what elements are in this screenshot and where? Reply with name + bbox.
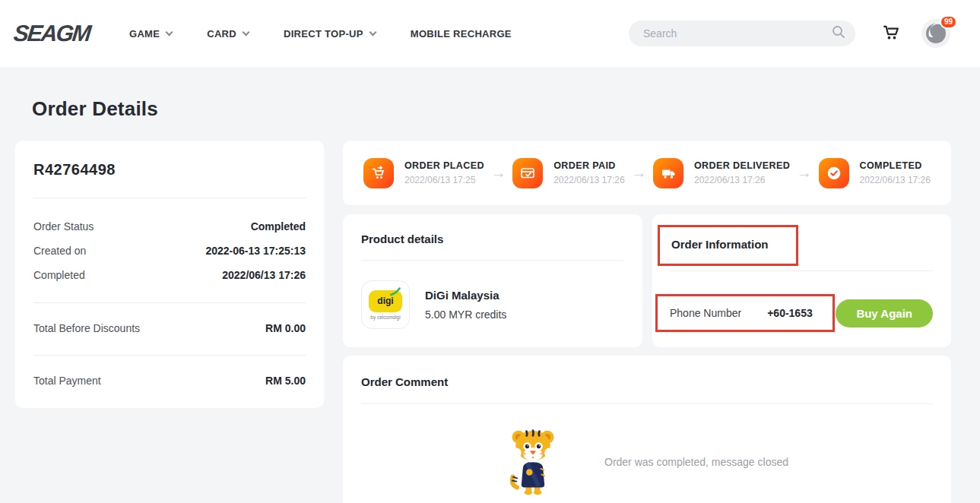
step-datetime: 2022/06/13 17:26 [694,175,790,185]
comment-status-message: Order was completed, message closed [604,456,788,468]
search-bar [629,21,855,46]
summary-row-total-before-discounts: Total Before Discounts RM 0.00 [33,322,306,334]
step-completed: COMPLETED 2022/06/13 17:26 [819,158,931,188]
main-content: Order Details R42764498 Order Status Com… [0,97,980,503]
top-navbar: SEAGM GAME CARD DIRECT TOP-UP MOBILE REC… [0,0,980,67]
summary-row-completed: Completed 2022/06/13 17:26 [33,269,306,281]
product-description: 5.00 MYR credits [425,308,506,321]
arrow-right-icon: → [631,164,646,182]
summary-row-total-payment: Total Payment RM 5.00 [33,375,306,387]
row-value: RM 5.00 [265,375,306,387]
user-avatar[interactable]: 99 [921,18,951,49]
chevron-down-icon [369,28,376,36]
card-check-icon [512,158,543,188]
product-name: DiGi Malaysia [425,289,506,302]
row-label: Total Payment [33,375,101,387]
divider [361,260,624,261]
divider [33,302,306,303]
order-comment-heading: Order Comment [361,375,933,388]
cart-icon [363,158,394,188]
truck-icon [653,158,683,188]
cart-button[interactable] [881,23,899,44]
nav-item-game[interactable]: GAME [129,28,172,40]
step-datetime: 2022/06/13 17:26 [860,175,931,185]
step-datetime: 2022/06/13 17:25 [404,175,484,185]
arrow-right-icon: → [491,164,506,182]
cart-icon [881,23,899,44]
row-label: Created on [33,245,86,257]
chevron-down-icon [166,28,173,36]
nav-item-label: DIRECT TOP-UP [284,28,363,40]
step-label: ORDER DELIVERED [694,160,790,171]
buy-again-button[interactable]: Buy Again [836,299,933,327]
main-nav: GAME CARD DIRECT TOP-UP MOBILE RECHARGE [129,28,512,40]
divider [33,355,306,356]
search-icon[interactable] [832,25,845,42]
digi-swoosh-icon [390,287,401,299]
digi-logo-subtext: by celcomdigi [370,315,400,320]
check-circle-icon [819,158,849,188]
step-label: ORDER PAID [553,160,624,171]
order-comment-card: Order Comment [343,356,951,503]
row-value: Completed [251,220,306,233]
summary-row-order-status: Order Status Completed [33,220,306,233]
row-label: Total Before Discounts [33,322,140,334]
divider [671,270,933,271]
arrow-right-icon: → [797,164,812,182]
step-order-delivered: ORDER DELIVERED 2022/06/13 17:26 [653,158,790,188]
order-information-heading: Order Information [671,238,769,251]
search-input[interactable] [642,27,826,40]
summary-row-created-on: Created on 2022-06-13 17:25:13 [33,245,306,257]
phone-number-label: Phone Number [670,307,741,319]
annotation-highlight-phone-number: Phone Number +60-1653 [655,294,835,332]
notification-badge: 99 [940,15,957,29]
nav-item-direct-top-up[interactable]: DIRECT TOP-UP [284,28,376,40]
step-order-placed: ORDER PLACED 2022/06/13 17:25 [363,158,484,188]
page-title: Order Details [32,97,951,121]
order-summary-card: R42764498 Order Status Completed Created… [15,141,324,408]
divider [33,198,306,198]
row-value: 2022-06-13 17:25:13 [205,245,306,257]
product-details-card: Product details digi by celcomdigi [343,214,642,347]
product-row: digi by celcomdigi DiGi Malaysia 5.00 MY… [361,280,624,329]
seagm-logo[interactable]: SEAGM [12,21,91,46]
product-details-heading: Product details [361,233,624,245]
nav-item-card[interactable]: CARD [207,28,249,40]
row-label: Completed [33,269,85,281]
step-datetime: 2022/06/13 17:26 [553,175,624,185]
nav-item-label: MOBILE RECHARGE [411,28,512,40]
row-value: RM 0.00 [265,322,306,334]
step-label: ORDER PLACED [404,160,484,171]
nav-item-label: CARD [207,28,236,40]
step-order-paid: ORDER PAID 2022/06/13 17:26 [512,158,624,188]
phone-number-value: +60-1653 [767,307,813,319]
row-value: 2022/06/13 17:26 [222,269,306,281]
tiger-mascot-image [506,424,560,499]
order-id: R42764498 [33,161,306,179]
annotation-highlight-order-information: Order Information [658,225,798,266]
nav-item-mobile-recharge[interactable]: MOBILE RECHARGE [411,28,512,40]
nav-item-label: GAME [129,28,160,40]
divider [361,403,933,404]
chevron-down-icon [243,28,250,36]
digi-logo: digi by celcomdigi [361,280,410,329]
digi-logo-badge: digi [369,290,402,312]
order-progress-card: ORDER PLACED 2022/06/13 17:25 → ORD [343,141,951,205]
avatar-icon [921,38,951,51]
step-label: COMPLETED [860,160,931,171]
order-information-card: Order Information Phone Number +60-1653 … [652,214,951,347]
row-label: Order Status [33,220,94,233]
